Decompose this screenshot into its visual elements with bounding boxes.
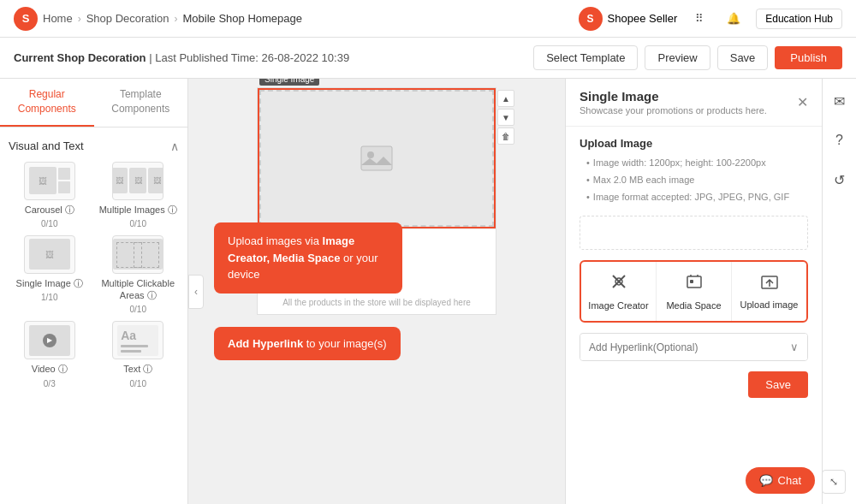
image-creator-label: Image Creator bbox=[588, 300, 648, 311]
tab-template-components[interactable]: Template Components bbox=[94, 79, 188, 127]
media-space-label: Media Space bbox=[666, 300, 721, 311]
all-products-label: All the products in the store will be di… bbox=[258, 291, 496, 314]
video-label: Video ⓘ bbox=[32, 363, 68, 375]
expand-button[interactable]: ⤡ bbox=[822, 470, 846, 494]
tooltip-upload-text: Upload images via Image Creator, Media S… bbox=[228, 234, 378, 281]
hyperlink-section: ∨ bbox=[580, 333, 808, 361]
edu-hub-button[interactable]: Education Hub bbox=[756, 9, 842, 29]
hyperlink-input-row: ∨ bbox=[580, 333, 808, 361]
decoration-label: Current Shop Decoration bbox=[14, 51, 146, 64]
video-preview: ▶ bbox=[24, 321, 75, 359]
component-carousel[interactable]: 🖼 Carousel ⓘ 0/10 bbox=[9, 162, 91, 228]
canvas-area: ‹ Single Image ▲ ▼ 🗑 bbox=[188, 79, 565, 504]
single-image-block-label: Single Image bbox=[259, 79, 319, 86]
image-creator-option[interactable]: Image Creator bbox=[581, 262, 657, 321]
clickable-label: Multiple Clickable Areas ⓘ bbox=[98, 277, 180, 302]
help-icon[interactable]: ? bbox=[826, 127, 853, 154]
component-video[interactable]: ▶ Video ⓘ 0/3 bbox=[9, 321, 91, 388]
carousel-preview: 🖼 bbox=[24, 162, 75, 200]
upload-image-icon bbox=[760, 273, 779, 294]
component-multiple-clickable[interactable]: Multiple Clickable Areas ⓘ 0/10 bbox=[98, 235, 180, 315]
svg-rect-6 bbox=[690, 280, 693, 283]
clickable-count: 0/10 bbox=[130, 305, 146, 314]
text-count: 0/10 bbox=[130, 379, 146, 388]
nav-home-link[interactable]: Home bbox=[43, 12, 73, 25]
nav-page-title: Mobile Shop Homepage bbox=[183, 12, 302, 25]
upload-info-item-2: Max 2.0 MB each image bbox=[580, 172, 808, 189]
seller-name: Shopee Seller bbox=[608, 12, 678, 25]
sidebar-content: Visual and Text ∧ 🖼 Ca bbox=[0, 127, 187, 504]
mail-icon[interactable]: ✉ bbox=[826, 87, 853, 115]
select-template-button[interactable]: Select Template bbox=[533, 45, 638, 70]
panel-title-area: Single Image Showcase your promotions or… bbox=[580, 89, 767, 116]
image-placeholder-icon bbox=[360, 145, 394, 172]
svg-rect-0 bbox=[361, 146, 392, 170]
chat-icon: 💬 bbox=[759, 474, 773, 487]
right-edge: ✉ ? ↺ bbox=[822, 79, 856, 504]
image-creator-icon bbox=[609, 272, 628, 295]
carousel-count: 0/10 bbox=[41, 219, 57, 228]
panel-header: Single Image Showcase your promotions or… bbox=[566, 79, 822, 127]
upload-section-title: Upload Image bbox=[580, 137, 808, 150]
single-image-preview: 🖼 bbox=[24, 235, 75, 274]
sidebar: Regular Components Template Components V… bbox=[0, 79, 188, 504]
refresh-icon[interactable]: ↺ bbox=[826, 166, 853, 193]
component-single-image[interactable]: 🖼 Single Image ⓘ 1/10 bbox=[9, 235, 91, 315]
preview-button[interactable]: Preview bbox=[645, 45, 710, 70]
hyperlink-input[interactable] bbox=[580, 335, 782, 360]
multiple-images-preview: 🖼 🖼 🖼 bbox=[112, 162, 163, 200]
shopee-logo: S bbox=[14, 7, 38, 31]
nav-shop-decoration-link[interactable]: Shop Decoration bbox=[86, 12, 169, 25]
publish-button[interactable]: Publish bbox=[775, 46, 842, 69]
section-header: Visual and Text ∧ bbox=[9, 139, 179, 153]
component-text[interactable]: Aa Text ⓘ 0/10 bbox=[98, 321, 180, 388]
nav-breadcrumb: S Home › Shop Decoration › Mobile Shop H… bbox=[14, 7, 302, 31]
top-nav: S Home › Shop Decoration › Mobile Shop H… bbox=[0, 0, 856, 38]
multiple-images-label: Multiple Images ⓘ bbox=[99, 204, 177, 216]
grid-icon[interactable]: ⠿ bbox=[687, 7, 711, 31]
seller-info: S Shopee Seller bbox=[579, 7, 678, 31]
section-title: Visual and Text bbox=[9, 139, 84, 152]
tab-regular-components[interactable]: Regular Components bbox=[0, 79, 94, 127]
panel-save-button[interactable]: Save bbox=[748, 371, 808, 398]
hyperlink-tooltip: Add Hyperlink to your image(s) bbox=[214, 327, 401, 360]
single-image-upload-area[interactable] bbox=[259, 90, 494, 227]
svg-point-1 bbox=[367, 151, 374, 158]
panel-close-button[interactable]: ✕ bbox=[797, 94, 808, 110]
upload-info: Image width: 1200px; height: 100-2200px … bbox=[580, 155, 808, 205]
collapse-sidebar-button[interactable]: ‹ bbox=[188, 275, 204, 309]
single-image-label: Single Image ⓘ bbox=[16, 277, 83, 289]
component-multiple-images[interactable]: 🖼 🖼 🖼 Multiple Images ⓘ 0/10 bbox=[98, 162, 180, 228]
published-time: | Last Published Time: 26-08-2022 10:39 bbox=[149, 51, 349, 64]
seller-icon: S bbox=[579, 7, 603, 31]
bell-icon[interactable]: 🔔 bbox=[722, 7, 746, 31]
media-space-icon bbox=[685, 272, 704, 295]
upload-options: Image Creator Media Space Upload image bbox=[580, 260, 808, 323]
clickable-preview bbox=[112, 235, 163, 274]
single-image-block[interactable]: Single Image ▲ ▼ 🗑 bbox=[258, 88, 496, 228]
components-grid: 🖼 Carousel ⓘ 0/10 🖼 bbox=[9, 162, 179, 388]
upload-tooltip: Upload images via Image Creator, Media S… bbox=[214, 222, 402, 294]
upload-drop-area[interactable] bbox=[580, 216, 808, 250]
single-image-count: 1/10 bbox=[41, 293, 57, 302]
toolbar: Current Shop Decoration | Last Published… bbox=[0, 38, 856, 79]
chat-button[interactable]: 💬 Chat bbox=[746, 467, 815, 494]
hyperlink-chevron-icon[interactable]: ∨ bbox=[782, 334, 807, 360]
chat-label: Chat bbox=[778, 474, 801, 487]
sidebar-tabs: Regular Components Template Components bbox=[0, 79, 187, 127]
save-button[interactable]: Save bbox=[717, 45, 769, 70]
delete-button[interactable]: 🗑 bbox=[497, 127, 514, 145]
si-controls: ▲ ▼ 🗑 bbox=[497, 90, 514, 145]
media-space-option[interactable]: Media Space bbox=[657, 262, 732, 321]
move-down-button[interactable]: ▼ bbox=[497, 109, 514, 126]
move-up-button[interactable]: ▲ bbox=[497, 90, 514, 107]
section-toggle[interactable]: ∧ bbox=[170, 139, 179, 153]
panel-title: Single Image bbox=[580, 89, 767, 104]
toolbar-info: Current Shop Decoration | Last Published… bbox=[14, 51, 349, 64]
nav-right-actions: S Shopee Seller ⠿ 🔔 Education Hub bbox=[579, 7, 842, 31]
text-preview: Aa bbox=[112, 321, 163, 359]
upload-image-label: Upload image bbox=[740, 299, 799, 310]
upload-image-option[interactable]: Upload image bbox=[732, 262, 806, 321]
svg-rect-5 bbox=[687, 276, 701, 288]
carousel-label: Carousel ⓘ bbox=[25, 204, 74, 216]
